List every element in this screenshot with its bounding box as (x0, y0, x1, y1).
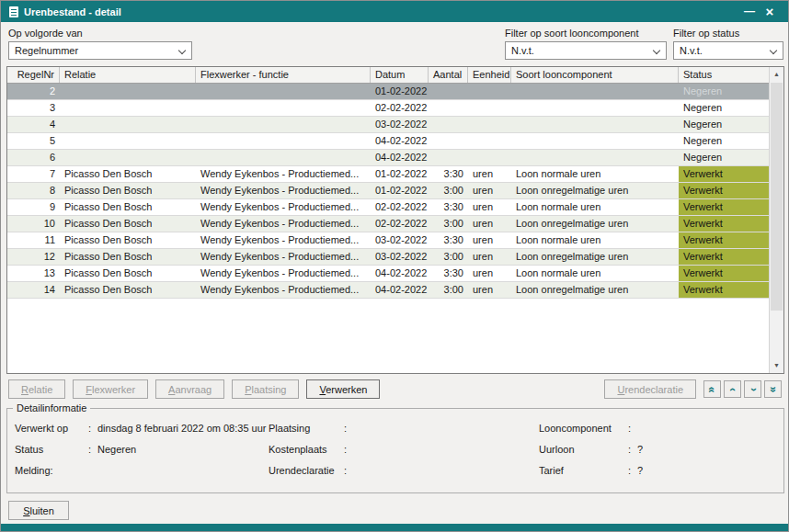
column-header-eenheid[interactable]: Eenheid (468, 67, 511, 83)
vertical-scrollbar[interactable]: ▲ ▼ (769, 67, 783, 373)
table-row[interactable]: 201-02-2022Negeren (7, 84, 771, 100)
minimize-button[interactable]: — (739, 1, 760, 22)
detail-separator: : (88, 423, 97, 436)
cell-looncomponent: Loon onregelmatige uren (511, 249, 679, 265)
cell-looncomponent (511, 84, 679, 99)
cell-eenheid: uren (468, 232, 511, 248)
cell-aantal (429, 150, 468, 165)
detail-col3: Looncomponent:Uurloon:?Tarief:? (539, 423, 643, 486)
detail-field: Verwerkt op:dinsdag 8 februari 2022 om 0… (15, 423, 266, 436)
table-row[interactable]: 403-02-2022Negeren (7, 117, 771, 133)
urendeclaratie-button[interactable]: Urendeclaratie (604, 379, 696, 399)
cell-flexwerker: Wendy Eykenbos - Productiemed... (196, 232, 371, 248)
table-row[interactable]: 302-02-2022Negeren (7, 100, 771, 117)
cell-looncomponent (511, 133, 679, 149)
cell-relatie (60, 150, 196, 165)
detail-field: Status:Negeren (15, 444, 266, 457)
cell-datum: 02-02-2022 (371, 216, 429, 232)
column-header-regelnr[interactable]: RegelNr (7, 67, 60, 83)
cell-eenheid (468, 133, 511, 149)
table-row[interactable]: 8Picasso Den BoschWendy Eykenbos - Produ… (7, 183, 771, 199)
cell-aantal (429, 100, 468, 116)
cell-looncomponent: Loon normale uren (511, 166, 679, 182)
cell-looncomponent: Loon normale uren (511, 199, 679, 215)
scroll-first-button[interactable]: « (703, 380, 721, 398)
flexwerker-button[interactable]: Flexwerker (73, 379, 148, 399)
detail-separator: : (628, 423, 637, 436)
scrollbar-thumb[interactable] (771, 83, 783, 311)
cell-relatie (60, 117, 196, 132)
verwerken-button[interactable]: Verwerken (306, 379, 380, 399)
order-by-label: Op volgorde van (8, 28, 83, 39)
cell-regelnr: 12 (7, 249, 60, 265)
detail-label: Uurloon (539, 444, 628, 457)
order-by-select[interactable]: Regelnummer (8, 41, 192, 60)
scroll-last-button[interactable]: « (764, 380, 782, 398)
sluiten-button[interactable]: Sluiten (8, 501, 69, 520)
cell-aantal: 3:00 (429, 282, 468, 298)
detail-value: ? (637, 465, 643, 478)
cell-aantal: 3:00 (429, 216, 468, 232)
cell-eenheid (468, 100, 511, 116)
column-header-flexwerker[interactable]: Flexwerker - functie (196, 67, 371, 83)
table-row[interactable]: 9Picasso Den BoschWendy Eykenbos - Produ… (7, 199, 771, 216)
column-header-looncomponent[interactable]: Soort looncomponent (511, 67, 679, 83)
cell-status: Verwerkt (679, 282, 771, 298)
column-header-datum[interactable]: Datum (371, 67, 429, 83)
cell-relatie: Picasso Den Bosch (60, 199, 196, 215)
cell-aantal (429, 133, 468, 149)
cell-datum: 02-02-2022 (371, 100, 429, 116)
cell-flexwerker: Wendy Eykenbos - Productiemed... (196, 266, 371, 281)
column-header-relatie[interactable]: Relatie (60, 67, 196, 83)
cell-eenheid: uren (468, 249, 511, 265)
cell-flexwerker (196, 150, 371, 165)
table-row[interactable]: 14Picasso Den BoschWendy Eykenbos - Prod… (7, 282, 771, 299)
chevron-down-icon (770, 47, 777, 54)
titlebar: Urenbestand - detail — × (1, 1, 788, 22)
window-title: Urenbestand - detail (24, 6, 739, 17)
detail-field: Kostenplaats: (269, 444, 353, 457)
detail-label: Looncomponent (539, 423, 628, 436)
cell-relatie: Picasso Den Bosch (60, 166, 196, 182)
cell-relatie: Picasso Den Bosch (60, 282, 196, 298)
filter-status-select[interactable]: N.v.t. (673, 41, 783, 60)
detail-separator: : (628, 444, 637, 457)
cell-looncomponent (511, 150, 679, 165)
cell-regelnr: 10 (7, 216, 60, 232)
table-row[interactable]: 11Picasso Den BoschWendy Eykenbos - Prod… (7, 232, 771, 249)
table-row[interactable]: 13Picasso Den BoschWendy Eykenbos - Prod… (7, 266, 771, 282)
cell-looncomponent: Loon onregelmatige uren (511, 216, 679, 232)
column-header-status[interactable]: Status (679, 67, 771, 83)
cell-flexwerker: Wendy Eykenbos - Productiemed... (196, 183, 371, 198)
close-button[interactable]: × (760, 1, 780, 22)
cell-datum: 04-02-2022 (371, 150, 429, 165)
relatie-button[interactable]: Relatie (8, 379, 65, 399)
table-row[interactable]: 7Picasso Den BoschWendy Eykenbos - Produ… (7, 166, 771, 183)
table-row[interactable]: 12Picasso Den BoschWendy Eykenbos - Prod… (7, 249, 771, 266)
aanvraag-button[interactable]: Aanvraag (155, 379, 224, 399)
filter-component-label: Filter op soort looncomponent (505, 28, 639, 39)
detail-field: Melding: (15, 465, 266, 478)
cell-aantal (429, 117, 468, 132)
cell-eenheid (468, 150, 511, 165)
cell-datum: 01-02-2022 (371, 183, 429, 198)
table-row[interactable]: 504-02-2022Negeren (7, 133, 771, 150)
table-row[interactable]: 10Picasso Den BoschWendy Eykenbos - Prod… (7, 216, 771, 232)
scroll-up-arrow-icon[interactable]: ▲ (770, 67, 783, 82)
filter-component-select[interactable]: N.v.t. (505, 41, 667, 60)
plaatsing-button[interactable]: Plaatsing (232, 379, 299, 399)
scroll-next-button[interactable]: ‹ (744, 380, 761, 398)
cell-regelnr: 13 (7, 266, 60, 281)
cell-eenheid: uren (468, 166, 511, 182)
detail-value: ? (637, 444, 643, 457)
scroll-prev-button[interactable]: ‹ (724, 380, 741, 398)
detail-label: Kostenplaats (269, 444, 344, 457)
cell-status: Verwerkt (679, 232, 771, 248)
column-header-aantal[interactable]: Aantal (429, 67, 468, 83)
scroll-down-arrow-icon[interactable]: ▼ (770, 358, 783, 373)
detail-field: Tarief:? (539, 465, 643, 478)
cell-datum: 03-02-2022 (371, 117, 429, 132)
window: Urenbestand - detail — × Op volgorde van… (0, 0, 789, 532)
table-row[interactable]: 604-02-2022Negeren (7, 150, 771, 166)
window-bottom-border (1, 524, 788, 531)
